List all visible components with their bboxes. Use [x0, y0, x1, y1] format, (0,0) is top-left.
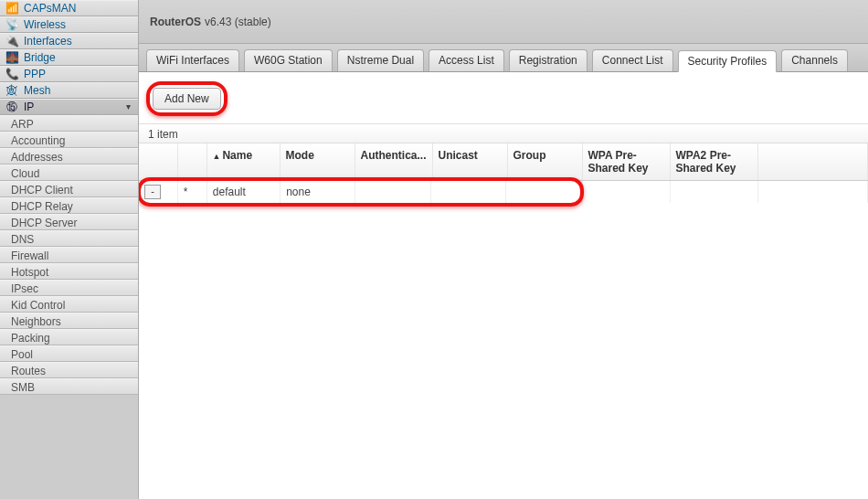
table-wrap: ▲Name Mode Authentica... Unicast Group W… [139, 143, 868, 499]
sidebar-sub-smb[interactable]: SMB [0, 378, 138, 395]
tab-bar: WiFi Interfaces W60G Station Nstreme Dua… [139, 44, 868, 72]
add-new-button[interactable]: Add New [153, 88, 221, 110]
mesh-icon: 🕸 [5, 84, 18, 97]
sidebar-sub-ipsec[interactable]: IPsec [0, 280, 138, 296]
row-filler [757, 181, 867, 204]
sidebar-item-label: Interfaces [24, 33, 72, 49]
item-count: 1 item [139, 123, 868, 143]
sidebar-item-label: Wireless [24, 16, 66, 33]
title-bold: RouterOS [150, 16, 201, 28]
capsman-icon: 📶 [5, 2, 18, 15]
tab-connect-list[interactable]: Connect List [592, 49, 673, 71]
row-unicast-cell [430, 181, 505, 203]
row-flag-cell: * [177, 181, 206, 203]
title-version: v6.43 (stable) [205, 16, 271, 28]
row-auth-cell [355, 181, 430, 203]
sidebar-sub-packing[interactable]: Packing [0, 329, 138, 345]
sidebar-item-wireless[interactable]: 📡 Wireless [0, 16, 138, 33]
col-authentication[interactable]: Authentica... [355, 143, 432, 181]
sidebar-sub-dhcp-relay[interactable]: DHCP Relay [0, 197, 138, 214]
toolbar: Add New [139, 72, 868, 123]
row-wpa-cell [582, 181, 670, 204]
tab-access-list[interactable]: Access List [429, 49, 504, 71]
sidebar: 📶 CAPsMAN 📡 Wireless 🔌 Interfaces 🌉 Brid… [0, 0, 138, 499]
bridge-icon: 🌉 [5, 51, 18, 64]
sidebar-sub-accounting[interactable]: Accounting [0, 132, 138, 148]
row-group-cell [506, 181, 581, 203]
sidebar-sub-kid-control[interactable]: Kid Control [0, 296, 138, 313]
ppp-icon: 📞 [5, 68, 18, 80]
wireless-icon: 📡 [5, 18, 18, 31]
col-wpa-psk[interactable]: WPA Pre-Shared Key [582, 143, 670, 181]
table-header-row: ▲Name Mode Authentica... Unicast Group W… [139, 143, 868, 181]
sidebar-item-ip[interactable]: ⑮ IP [0, 99, 138, 115]
row-name-cell: default [206, 181, 280, 203]
remove-row-button[interactable]: - [144, 185, 161, 199]
security-profiles-table: ▲Name Mode Authentica... Unicast Group W… [139, 143, 868, 203]
col-name-label: Name [222, 149, 252, 162]
sidebar-sub-cloud[interactable]: Cloud [0, 165, 138, 181]
main-panel: RouterOS v6.43 (stable) WiFi Interfaces … [138, 0, 868, 499]
page-title: RouterOS v6.43 (stable) [139, 0, 868, 44]
sidebar-sub-pool[interactable]: Pool [0, 345, 138, 362]
sidebar-item-label: Mesh [24, 82, 50, 99]
sidebar-sub-hotspot[interactable]: Hotspot [0, 263, 138, 280]
sidebar-sub-neighbors[interactable]: Neighbors [0, 313, 138, 329]
sidebar-item-label: Bridge [24, 49, 56, 66]
sidebar-item-mesh[interactable]: 🕸 Mesh [0, 82, 138, 99]
sidebar-item-label: IP [24, 99, 34, 115]
tab-wifi-interfaces[interactable]: WiFi Interfaces [146, 49, 239, 71]
col-blank2[interactable] [177, 143, 206, 181]
col-filler [757, 143, 867, 181]
sidebar-item-capsman[interactable]: 📶 CAPsMAN [0, 0, 138, 16]
sidebar-item-interfaces[interactable]: 🔌 Interfaces [0, 33, 138, 49]
sidebar-item-bridge[interactable]: 🌉 Bridge [0, 49, 138, 66]
sort-asc-icon: ▲ [213, 152, 221, 161]
sidebar-sub-routes[interactable]: Routes [0, 362, 138, 378]
table-row[interactable]: - * default none [139, 181, 868, 204]
col-unicast[interactable]: Unicast [432, 143, 507, 181]
row-action-cell: - [139, 181, 177, 203]
row-wpa2-cell [670, 181, 757, 204]
col-group[interactable]: Group [507, 143, 582, 181]
col-mode[interactable]: Mode [280, 143, 355, 181]
sidebar-sub-addresses[interactable]: Addresses [0, 148, 138, 165]
tab-nstreme-dual[interactable]: Nstreme Dual [337, 49, 424, 71]
interfaces-icon: 🔌 [5, 35, 18, 48]
ip-icon: ⑮ [5, 101, 18, 113]
sidebar-sub-dhcp-client[interactable]: DHCP Client [0, 181, 138, 197]
col-blank1[interactable] [139, 143, 177, 181]
tab-w60g-station[interactable]: W60G Station [244, 49, 333, 71]
add-new-highlight-wrap: Add New [148, 83, 226, 114]
sidebar-sub-firewall[interactable]: Firewall [0, 247, 138, 263]
tab-registration[interactable]: Registration [509, 49, 587, 71]
sidebar-item-label: CAPsMAN [24, 0, 76, 16]
col-name[interactable]: ▲Name [206, 143, 280, 181]
sidebar-sub-dns[interactable]: DNS [0, 230, 138, 247]
sidebar-sub-dhcp-server[interactable]: DHCP Server [0, 214, 138, 230]
sidebar-item-ppp[interactable]: 📞 PPP [0, 66, 138, 82]
row-mode-cell: none [281, 181, 355, 203]
col-wpa2-psk[interactable]: WPA2 Pre-Shared Key [670, 143, 757, 181]
tab-channels[interactable]: Channels [781, 49, 848, 71]
sidebar-sub-arp[interactable]: ARP [0, 115, 138, 132]
sidebar-item-label: PPP [24, 66, 46, 82]
tab-security-profiles[interactable]: Security Profiles [678, 50, 778, 72]
